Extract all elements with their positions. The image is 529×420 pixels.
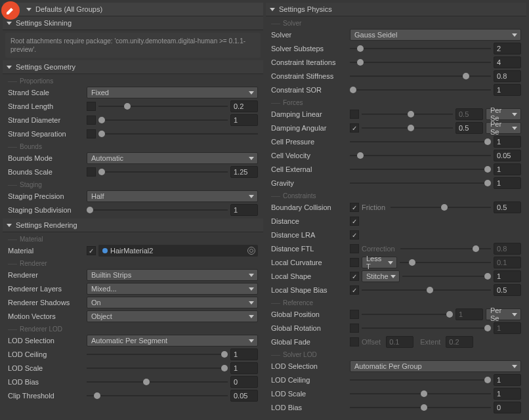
lod-ceiling-value[interactable]: 1 — [494, 374, 521, 386]
geometry-header[interactable]: Settings Geometry — [3, 60, 263, 74]
constraint-sor-slider[interactable] — [350, 84, 491, 96]
lod-scale-value[interactable]: 1 — [230, 362, 258, 374]
lod-bias-slider[interactable] — [87, 376, 228, 388]
local-curvature-value[interactable]: 0.1 — [494, 257, 521, 268]
damping-angular-value[interactable]: 0.5 — [455, 122, 483, 134]
material-checkbox[interactable] — [87, 246, 96, 255]
skinning-header[interactable]: Settings Skinning — [3, 16, 263, 30]
strand-scale-dropdown[interactable]: Fixed — [87, 87, 258, 98]
friction-value[interactable]: 0.5 — [494, 201, 521, 213]
distance-lra-checkbox[interactable] — [350, 230, 359, 240]
clip-threshold-value[interactable]: 0.05 — [230, 390, 258, 402]
lod-selection-dropdown[interactable]: Automatic Per Segment — [87, 335, 258, 346]
strand-diameter-slider[interactable] — [98, 114, 228, 126]
local-shape-slider[interactable] — [402, 270, 491, 282]
lod-ceiling-slider[interactable] — [350, 374, 491, 386]
damping-linear-value[interactable]: 0.5 — [455, 108, 483, 120]
edit-badge[interactable] — [1, 1, 20, 20]
bounds-scale-value[interactable]: 1.25 — [230, 166, 258, 178]
damping-angular-checkbox[interactable] — [350, 123, 359, 133]
global-position-checkbox[interactable] — [350, 310, 359, 319]
lod-selection-dropdown[interactable]: Automatic Per Group — [350, 360, 521, 372]
global-rotation-value[interactable]: 1 — [494, 322, 521, 334]
bounds-scale-checkbox[interactable] — [87, 167, 96, 177]
bounds-mode-dropdown[interactable]: Automatic — [87, 152, 258, 164]
global-fade-checkbox[interactable] — [350, 337, 359, 346]
distance-checkbox[interactable] — [350, 217, 359, 226]
cell-velocity-slider[interactable] — [350, 150, 491, 161]
solver-substeps-slider[interactable] — [350, 43, 491, 54]
local-curvature-slider[interactable] — [400, 257, 491, 268]
staging-subdivision-slider[interactable] — [87, 204, 228, 216]
correction-slider[interactable] — [400, 243, 491, 255]
friction-slider[interactable] — [391, 201, 491, 213]
strand-length-value[interactable]: 0.2 — [230, 100, 258, 112]
solver-substeps-value[interactable]: 2 — [494, 43, 521, 54]
cell-external-value[interactable]: 1 — [494, 163, 521, 175]
lod-ceiling-slider[interactable] — [87, 348, 228, 360]
strand-separation-checkbox[interactable] — [87, 129, 96, 138]
boundary-collision-checkbox[interactable] — [350, 203, 359, 212]
local-shape-bias-slider[interactable] — [362, 284, 491, 296]
lod-scale-slider[interactable] — [87, 362, 228, 374]
local-shape-bias-value[interactable]: 0.5 — [494, 284, 521, 296]
renderer-shadows-dropdown[interactable]: On — [87, 297, 258, 308]
extent-value[interactable]: 0.2 — [446, 336, 473, 348]
constraint-iterations-slider[interactable] — [350, 56, 491, 68]
strand-separation-slider[interactable] — [98, 128, 258, 140]
object-picker-icon[interactable] — [247, 247, 255, 255]
cell-external-slider[interactable] — [350, 163, 491, 175]
gravity-value[interactable]: 1 — [494, 177, 521, 189]
global-rotation-slider[interactable] — [362, 322, 491, 334]
defaults-header[interactable]: Defaults (All Groups) — [3, 3, 263, 16]
strand-diameter-value[interactable]: 1 — [230, 114, 258, 126]
cell-pressure-slider[interactable] — [350, 136, 491, 148]
local-curvature-checkbox[interactable] — [350, 258, 359, 267]
lod-scale-value[interactable]: 1 — [494, 388, 521, 400]
renderer-layers-dropdown[interactable]: Mixed... — [87, 283, 258, 295]
constraint-iterations-value[interactable]: 4 — [494, 56, 521, 68]
damping-linear-mode[interactable]: Per Se — [486, 108, 521, 120]
local-shape-mode[interactable]: Stitche — [362, 270, 400, 282]
global-position-value[interactable]: 1 — [455, 308, 483, 320]
staging-precision-dropdown[interactable]: Half — [87, 190, 258, 202]
solver-dropdown[interactable]: Gauss Seidel — [350, 29, 521, 41]
staging-subdivision-value[interactable]: 1 — [230, 204, 258, 216]
lod-scale-slider[interactable] — [350, 388, 491, 400]
local-curvature-mode[interactable]: Less T — [362, 257, 397, 268]
strand-length-checkbox[interactable] — [87, 102, 96, 111]
local-shape-bias-checkbox[interactable] — [350, 285, 359, 295]
clip-threshold-slider[interactable] — [87, 390, 228, 402]
cell-velocity-value[interactable]: 0.05 — [494, 150, 521, 161]
constraint-sor-value[interactable]: 1 — [494, 84, 521, 96]
material-field[interactable]: HairMaterial2 — [98, 245, 258, 257]
bounds-scale-slider[interactable] — [98, 166, 228, 178]
damping-linear-checkbox[interactable] — [350, 110, 359, 119]
rendering-header[interactable]: Settings Rendering — [3, 219, 263, 232]
renderer-dropdown[interactable]: Builtin Strips — [87, 269, 258, 281]
strand-length-slider[interactable] — [98, 100, 228, 112]
offset-value[interactable]: 0.1 — [386, 336, 413, 348]
physics-header[interactable]: Settings Physics — [266, 3, 526, 16]
correction-value[interactable]: 0.8 — [494, 243, 521, 255]
lod-bias-slider[interactable] — [350, 402, 491, 413]
lod-bias-value[interactable]: 0 — [230, 376, 258, 388]
constraint-stiffness-value[interactable]: 0.8 — [494, 70, 521, 82]
constraint-stiffness-slider[interactable] — [350, 70, 491, 82]
lod-ceiling-value[interactable]: 1 — [230, 348, 258, 360]
gravity-slider[interactable] — [350, 177, 491, 189]
local-shape-checkbox[interactable] — [350, 272, 359, 281]
defaults-title: Defaults (All Groups) — [35, 5, 102, 13]
motion-vectors-dropdown[interactable]: Object — [87, 310, 258, 322]
damping-angular-mode[interactable]: Per Se — [486, 122, 521, 134]
local-shape-value[interactable]: 1 — [494, 270, 521, 282]
distance-ftl-checkbox[interactable] — [350, 244, 359, 253]
global-position-mode[interactable]: Per Se — [486, 308, 521, 320]
lod-bias-value[interactable]: 0 — [494, 402, 521, 413]
global-position-slider[interactable] — [362, 308, 453, 320]
global-rotation-checkbox[interactable] — [350, 324, 359, 333]
strand-diameter-checkbox[interactable] — [87, 116, 96, 125]
cell-pressure-value[interactable]: 1 — [494, 136, 521, 148]
damping-angular-slider[interactable] — [362, 122, 453, 134]
damping-linear-slider[interactable] — [362, 108, 453, 120]
